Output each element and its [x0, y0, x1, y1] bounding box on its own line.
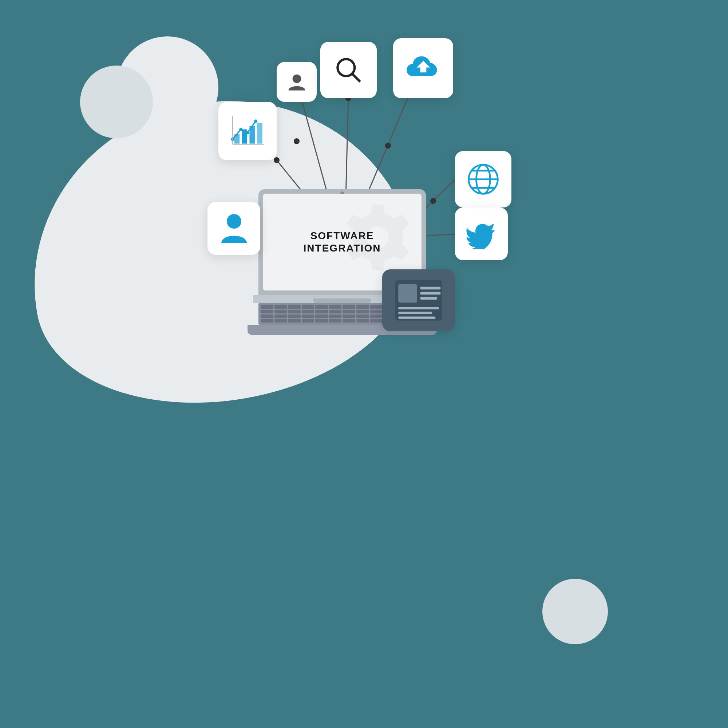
twitter-icon: [466, 219, 497, 249]
svg-rect-24: [249, 126, 255, 144]
svg-rect-36: [421, 287, 441, 289]
svg-rect-39: [398, 307, 439, 310]
svg-point-15: [337, 59, 355, 76]
analytics-icon: [229, 113, 266, 149]
svg-point-21: [254, 119, 257, 123]
card-person-blue: [208, 202, 260, 255]
laptop-heading: SOFTWARE INTEGRATION: [304, 230, 381, 254]
decorative-circle-bottomright: [542, 579, 608, 644]
svg-rect-35: [398, 284, 417, 303]
svg-rect-37: [421, 292, 441, 294]
svg-rect-23: [242, 129, 248, 144]
cloud-upload-icon: [405, 54, 442, 83]
search-icon: [332, 54, 365, 87]
card-news: [382, 269, 455, 331]
decorative-circle-topleft: [80, 66, 153, 138]
news-icon: [391, 277, 446, 324]
svg-rect-41: [398, 317, 435, 319]
card-twitter: [455, 208, 508, 260]
svg-point-28: [227, 214, 241, 229]
person-blue-icon: [219, 212, 249, 245]
card-analytics: [219, 102, 277, 160]
card-globe: [455, 151, 511, 208]
svg-rect-22: [234, 134, 240, 144]
svg-rect-38: [421, 297, 437, 300]
svg-line-16: [352, 73, 360, 81]
card-user-small: [277, 62, 317, 102]
card-search: [320, 42, 377, 98]
user-small-icon: [287, 72, 307, 92]
card-cloud-upload: [393, 38, 453, 98]
svg-point-5: [385, 143, 391, 148]
svg-rect-25: [257, 123, 262, 144]
svg-point-14: [292, 74, 301, 83]
globe-icon: [466, 162, 500, 197]
svg-rect-40: [398, 312, 432, 315]
